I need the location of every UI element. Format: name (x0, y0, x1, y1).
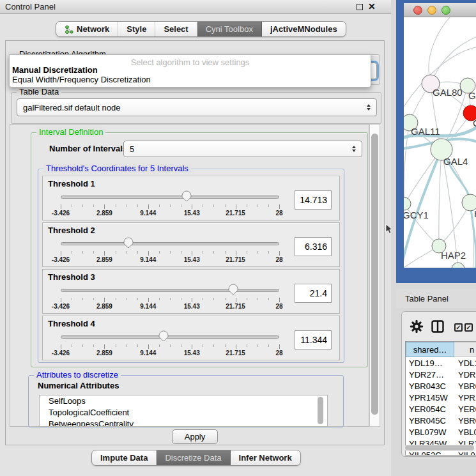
tab-network[interactable]: Network (56, 22, 118, 36)
apply-button[interactable]: Apply (172, 429, 218, 444)
minimize-traffic-light-icon[interactable] (427, 6, 436, 15)
slider-tick (236, 204, 236, 209)
split-columns-button[interactable] (431, 320, 444, 335)
cell-name[interactable]: YBR0 (454, 380, 476, 392)
float-window-icon[interactable] (357, 4, 363, 10)
threshold-slider-track[interactable] (61, 196, 279, 199)
slider-tick (225, 204, 226, 207)
threshold-value-field[interactable] (295, 237, 332, 256)
combo-stepper-icon (352, 146, 356, 152)
slider-tick-label: 21.715 (221, 303, 250, 310)
threshold-value-field[interactable] (295, 330, 332, 349)
attribute-list-item[interactable]: SelfLoops (40, 395, 327, 407)
slider-tick (257, 204, 258, 207)
threshold-slider-track[interactable] (61, 289, 279, 292)
tab-impute-data[interactable]: Impute Data (92, 450, 157, 465)
slider-tick (236, 344, 236, 349)
tab-discretize-data[interactable]: Discretize Data (157, 450, 230, 465)
slider-tick (279, 298, 280, 302)
tab-infer-network[interactable]: Infer Network (231, 450, 300, 465)
attribute-list-item[interactable]: BetweennessCentrality (40, 418, 327, 427)
network-node[interactable] (452, 263, 464, 268)
table-data-combobox[interactable]: galFiltered.sif default node (17, 98, 377, 116)
settings-scrollbar-thumb[interactable] (371, 134, 378, 415)
network-canvas[interactable]: GAL80GACGAL11GAL4GCY1HHAP2 (404, 17, 476, 268)
slider-tick (279, 344, 280, 349)
tab-cyni-toolbox[interactable]: Cyni Toolbox (197, 22, 262, 36)
column-header-name[interactable]: n (454, 342, 476, 357)
cell-name[interactable]: YDL1 (454, 357, 476, 369)
algorithm-option-equal-width[interactable]: Equal Width/Frequency Discretization (10, 75, 371, 84)
slider-tick (192, 204, 192, 209)
checkbox-icon[interactable]: ✓ (464, 323, 473, 332)
cell-name[interactable]: YBR0 (454, 415, 476, 426)
cell-shared-name[interactable]: YER054C (406, 403, 454, 415)
cyni-mode-tab-bar: Impute DataDiscretize DataInfer Network (91, 450, 301, 466)
column-header-shared-name[interactable]: shared… (406, 342, 454, 357)
threshold-slider-track[interactable] (61, 335, 279, 339)
slider-tick-label: 2.859 (89, 256, 119, 263)
cell-shared-name[interactable]: YDL19… (406, 357, 454, 369)
network-node-gcy1[interactable] (404, 197, 411, 210)
table-row[interactable]: YBL079WYBL0 (406, 426, 476, 438)
tab-select[interactable]: Select (155, 22, 197, 36)
tab-jactivemnodules[interactable]: jActiveMNodules (262, 22, 346, 36)
slider-tick (170, 298, 171, 300)
zoom-traffic-light-icon[interactable] (441, 6, 450, 15)
cell-shared-name[interactable]: YBL079W (406, 426, 454, 438)
slider-tick-label: 21.715 (221, 349, 250, 357)
slider-tick (104, 251, 105, 256)
slider-tick (116, 204, 116, 207)
threshold-slider-thumb[interactable] (123, 237, 134, 249)
cell-shared-name[interactable]: YBR043C (406, 380, 454, 392)
slider-tick (72, 344, 72, 347)
table-row[interactable]: YDR27…YDR2 (406, 369, 476, 380)
slider-tick (104, 298, 105, 302)
threshold-slider-thumb[interactable] (158, 330, 169, 342)
number-of-intervals-combobox[interactable]: 5 (123, 141, 362, 157)
slider-tick (82, 251, 83, 254)
slider-tick (93, 298, 94, 300)
slider-tick-label: 28 (265, 256, 294, 263)
table-horizontal-scrollbar[interactable] (404, 445, 476, 451)
slider-tick (72, 298, 72, 300)
settings-vertical-scrollbar[interactable] (369, 124, 380, 427)
threshold-value-field[interactable] (295, 190, 332, 210)
slider-tick-label: 15.43 (177, 256, 206, 263)
table-panel-title: Table Panel (405, 294, 449, 303)
attributes-list-scrollbar[interactable] (318, 397, 323, 424)
slider-tick (181, 344, 181, 347)
close-traffic-light-icon[interactable] (413, 6, 422, 15)
cell-shared-name[interactable]: YBR045C (406, 415, 454, 426)
slider-tick (213, 298, 214, 300)
slider-tick (61, 298, 61, 302)
table-settings-button[interactable] (410, 319, 424, 336)
cell-shared-name[interactable]: YDR27… (406, 369, 454, 380)
threshold-slider-thumb[interactable] (181, 190, 192, 202)
slider-tick (192, 344, 192, 349)
cell-name[interactable]: YDR2 (454, 369, 476, 380)
threshold-slider-thumb[interactable] (228, 284, 238, 295)
table-scrollbar-thumb[interactable] (405, 445, 474, 450)
checkbox-icon[interactable]: ✓ (454, 323, 463, 332)
table-row[interactable]: YPR145WYPR1 (406, 392, 476, 403)
slider-tick (170, 204, 171, 207)
network-node-label: C (473, 118, 476, 128)
number-of-intervals-label: Number of Intervals (49, 144, 127, 153)
close-icon[interactable]: ✕ (368, 1, 376, 12)
attribute-list-item[interactable]: TopologicalCoefficient (40, 407, 327, 418)
cell-name[interactable]: YBL0 (454, 426, 476, 438)
threshold-value-field[interactable] (295, 284, 332, 303)
table-row[interactable]: YBR043CYBR0 (406, 380, 476, 392)
tab-style[interactable]: Style (118, 22, 155, 36)
tab-label: Network (77, 24, 109, 34)
threshold-slider-track[interactable] (61, 242, 279, 245)
slider-tick (181, 251, 181, 254)
cell-name[interactable]: YPR1 (454, 392, 476, 403)
table-row[interactable]: YER054CYER0 (406, 403, 476, 415)
table-row[interactable]: YBR045CYBR0 (406, 415, 476, 426)
network-window-titlebar[interactable] (404, 3, 476, 17)
cell-shared-name[interactable]: YPR145W (406, 392, 454, 403)
cell-name[interactable]: YER0 (454, 403, 476, 415)
table-row[interactable]: YDL19…YDL1 (406, 357, 476, 369)
